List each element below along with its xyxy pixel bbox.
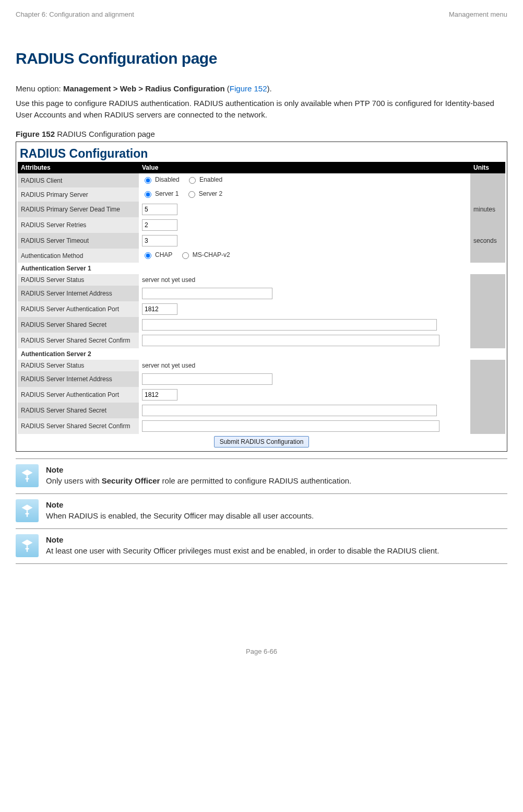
timeout-units: seconds xyxy=(470,233,505,249)
auth-mschap-radio[interactable] xyxy=(182,252,189,259)
page-header: Chapter 6: Configuration and alignment M… xyxy=(16,10,507,18)
s1-secret-confirm-label: RADIUS Server Shared Secret Confirm xyxy=(18,333,139,348)
auth-chap-radio[interactable] xyxy=(145,252,151,259)
radius-client-disabled-radio[interactable] xyxy=(145,177,151,184)
deadtime-label: RADIUS Primary Server Dead Time xyxy=(18,202,139,217)
primary-server-1-radio[interactable] xyxy=(145,191,151,198)
s1-status-value: server not yet used xyxy=(139,274,470,286)
s2-secret-label: RADIUS Server Shared Secret xyxy=(18,403,139,418)
note-1: Note Only users with Security Officer ro… xyxy=(16,458,507,494)
s2-status-label: RADIUS Server Status xyxy=(18,360,139,371)
intro-line-1: Menu option: Management > Web > Radius C… xyxy=(16,83,507,95)
s1-address-input[interactable] xyxy=(142,288,272,299)
retries-label: RADIUS Server Retries xyxy=(18,217,139,233)
s2-secret-confirm-input[interactable] xyxy=(142,420,439,432)
page-title: RADIUS Configuration page xyxy=(16,50,507,67)
radius-config-table: Attributes Value Units RADIUS Client Dis… xyxy=(18,162,505,450)
note-3: Note At least one user with Security Off… xyxy=(16,528,507,564)
s2-secret-input[interactable] xyxy=(142,405,437,416)
s2-port-label: RADIUS Server Authentication Port xyxy=(18,387,139,403)
submit-button[interactable]: Submit RADIUS Configuration xyxy=(214,436,310,448)
menu-path: Management > Web > Radius Configuration xyxy=(63,84,225,93)
s1-port-input[interactable] xyxy=(142,303,177,315)
primary-server-label: RADIUS Primary Server xyxy=(18,187,139,202)
col-header-attributes: Attributes xyxy=(18,162,139,173)
col-header-units: Units xyxy=(470,162,505,173)
note-icon xyxy=(16,464,39,487)
s1-address-label: RADIUS Server Internet Address xyxy=(18,286,139,301)
note-2: Note When RADIUS is enabled, the Securit… xyxy=(16,493,507,529)
figure-ref-link[interactable]: Figure 152 xyxy=(230,84,267,93)
s1-secret-input[interactable] xyxy=(142,319,437,331)
notes-section: Note Only users with Security Officer ro… xyxy=(16,458,507,564)
retries-input[interactable] xyxy=(142,219,177,231)
s1-secret-confirm-input[interactable] xyxy=(142,335,439,346)
s2-port-input[interactable] xyxy=(142,389,177,401)
timeout-input[interactable] xyxy=(142,235,177,246)
note-title: Note xyxy=(46,499,507,510)
intro-line-2: Use this page to configure RADIUS authen… xyxy=(16,98,507,121)
auth-method-label: Authentication Method xyxy=(18,249,139,263)
s2-secret-confirm-label: RADIUS Server Shared Secret Confirm xyxy=(18,418,139,434)
figure-frame: RADIUS Configuration Attributes Value Un… xyxy=(16,142,507,452)
s2-address-label: RADIUS Server Internet Address xyxy=(18,371,139,387)
note-title: Note xyxy=(46,534,507,545)
s2-status-value: server not yet used xyxy=(139,360,470,371)
timeout-label: RADIUS Server Timeout xyxy=(18,233,139,249)
deadtime-input[interactable] xyxy=(142,204,177,215)
s1-status-label: RADIUS Server Status xyxy=(18,274,139,286)
primary-server-2-radio[interactable] xyxy=(188,191,195,198)
radius-client-label: RADIUS Client xyxy=(18,173,139,187)
radius-client-enabled-radio[interactable] xyxy=(189,177,196,184)
page-footer: Page 6-66 xyxy=(16,648,507,655)
auth-server-2-header: Authentication Server 2 xyxy=(18,348,505,360)
s1-port-label: RADIUS Server Authentication Port xyxy=(18,301,139,317)
s2-address-input[interactable] xyxy=(142,373,272,385)
s1-secret-label: RADIUS Server Shared Secret xyxy=(18,317,139,333)
note-title: Note xyxy=(46,464,507,475)
col-header-value: Value xyxy=(139,162,470,173)
figure-caption: Figure 152 RADIUS Configuration page xyxy=(16,130,507,138)
config-panel-title: RADIUS Configuration xyxy=(18,144,505,162)
deadtime-units: minutes xyxy=(470,202,505,217)
header-left: Chapter 6: Configuration and alignment xyxy=(16,10,134,18)
note-icon xyxy=(16,499,39,522)
auth-server-1-header: Authentication Server 1 xyxy=(18,263,505,274)
header-right: Management menu xyxy=(449,10,507,18)
note-icon xyxy=(16,534,39,557)
